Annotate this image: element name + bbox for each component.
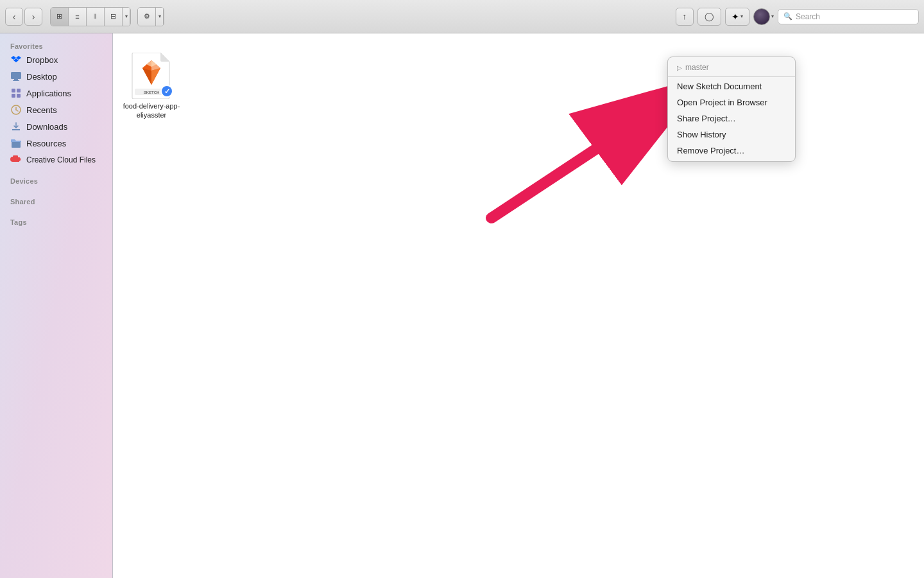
share-button[interactable]: ↑ xyxy=(676,8,694,26)
file-area: SKETCH ✓ food-delivery-app-eliyas xyxy=(113,33,924,578)
nav-back-button[interactable]: ‹ xyxy=(5,8,23,26)
sidebar-item-applications[interactable]: Applications xyxy=(3,85,110,101)
sidebar-item-recents-label: Recents xyxy=(26,105,57,115)
view-gallery-button[interactable]: ⊟ xyxy=(105,8,123,26)
search-box[interactable]: 🔍 Search xyxy=(778,9,919,24)
context-menu-header: ▷ master xyxy=(668,60,795,75)
svg-rect-4 xyxy=(17,89,21,92)
sidebar-item-downloads[interactable]: Downloads xyxy=(3,119,110,134)
svg-rect-2 xyxy=(13,80,19,81)
nav-buttons: ‹ › xyxy=(5,8,42,26)
sidebar-item-creative-cloud-label: Creative Cloud Files xyxy=(26,155,96,164)
file-icon-wrapper: SKETCH ✓ xyxy=(128,53,175,99)
plugin-button[interactable]: ✦ ▾ xyxy=(725,8,749,26)
view-icon-button[interactable]: ⊞ xyxy=(51,8,69,26)
context-menu-item-remove-project[interactable]: Remove Project… xyxy=(668,143,795,159)
svg-text:SKETCH: SKETCH xyxy=(144,91,160,94)
sidebar-item-resources[interactable]: Resources xyxy=(3,136,110,151)
svg-rect-3 xyxy=(12,89,15,92)
tag-icon: ◯ xyxy=(705,12,714,21)
user-avatar-group[interactable]: ▾ xyxy=(753,8,774,25)
view-columns-button[interactable]: ⦀ xyxy=(87,8,105,26)
context-menu-item-show-history[interactable]: Show History xyxy=(668,127,795,143)
creative-cloud-icon xyxy=(10,154,22,166)
context-menu-item-new-sketch[interactable]: New Sketch Document xyxy=(668,78,795,94)
svg-rect-5 xyxy=(12,94,15,98)
svg-line-13 xyxy=(492,112,652,218)
plugin-arrow-icon: ▾ xyxy=(740,13,743,19)
file-name: food-delivery-app-eliyasster xyxy=(123,101,180,120)
resources-icon xyxy=(10,137,22,149)
sidebar-item-dropbox[interactable]: Dropbox xyxy=(3,52,110,67)
arrow-annotation xyxy=(113,33,924,578)
share-icon: ↑ xyxy=(683,12,687,21)
file-badge: ✓ xyxy=(160,85,173,98)
sidebar-item-desktop[interactable]: Desktop xyxy=(3,69,110,84)
nav-forward-button[interactable]: › xyxy=(24,8,42,26)
svg-rect-6 xyxy=(17,94,21,98)
sidebar-item-downloads-label: Downloads xyxy=(26,122,67,132)
avatar-chevron-icon: ▾ xyxy=(771,13,774,19)
dropbox-icon xyxy=(10,54,22,66)
main-area: Favorites Dropbox Desktop xyxy=(0,33,924,578)
recents-icon xyxy=(10,104,22,116)
svg-line-9 xyxy=(16,110,18,111)
context-menu-branch-label: master xyxy=(685,63,709,72)
search-placeholder: Search xyxy=(796,12,820,21)
plugin-icon: ✦ xyxy=(732,12,739,22)
svg-rect-1 xyxy=(14,79,18,80)
view-gallery-arrow[interactable]: ▾ xyxy=(123,8,130,26)
view-list-button[interactable]: ≡ xyxy=(69,8,87,26)
applications-icon xyxy=(10,87,22,99)
tag-button[interactable]: ◯ xyxy=(697,8,721,26)
search-icon: 🔍 xyxy=(783,12,792,21)
downloads-icon xyxy=(10,121,22,132)
svg-rect-0 xyxy=(11,72,21,79)
context-menu-divider xyxy=(668,76,795,77)
sidebar-item-creative-cloud[interactable]: Creative Cloud Files xyxy=(3,152,110,168)
sidebar-item-dropbox-label: Dropbox xyxy=(26,55,58,65)
favorites-section-label: Favorites xyxy=(0,39,112,51)
arrange-arrow[interactable]: ▾ xyxy=(156,8,164,26)
arrange-button[interactable]: ⚙ xyxy=(138,8,156,26)
desktop-icon xyxy=(10,71,22,82)
arrange-group: ⚙ ▾ xyxy=(137,7,164,26)
avatar[interactable] xyxy=(753,8,770,25)
shared-section-label: Shared xyxy=(0,194,112,207)
tags-section-label: Tags xyxy=(0,215,112,227)
toolbar: ‹ › ⊞ ≡ ⦀ ⊟ ▾ ⚙ ▾ ↑ ◯ ✦ ▾ ▾ 🔍 Search xyxy=(0,0,924,33)
sidebar: Favorites Dropbox Desktop xyxy=(0,33,113,578)
context-menu-item-open-browser[interactable]: Open Project in Browser xyxy=(668,94,795,110)
file-item[interactable]: SKETCH ✓ food-delivery-app-eliyas xyxy=(123,53,180,120)
sidebar-item-desktop-label: Desktop xyxy=(26,72,57,82)
devices-section-label: Devices xyxy=(0,173,112,186)
view-buttons: ⊞ ≡ ⦀ ⊟ ▾ xyxy=(50,7,131,26)
context-menu-item-share-project[interactable]: Share Project… xyxy=(668,110,795,127)
sidebar-item-applications-label: Applications xyxy=(26,89,71,98)
context-menu-branch-icon: ▷ xyxy=(677,64,682,71)
sidebar-item-resources-label: Resources xyxy=(26,139,66,148)
view-gallery-group: ⊟ ▾ xyxy=(105,8,130,26)
context-menu: ▷ master New Sketch Document Open Projec… xyxy=(667,57,796,162)
sidebar-item-recents[interactable]: Recents xyxy=(3,102,110,118)
